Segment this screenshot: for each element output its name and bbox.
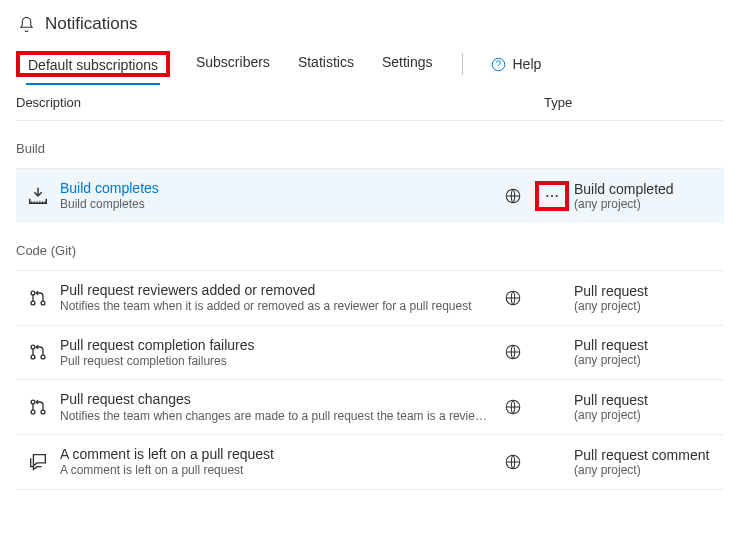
tab-settings[interactable]: Settings [380, 48, 435, 80]
build-icon [27, 185, 49, 207]
highlight-more-menu [535, 181, 569, 211]
row-type-sub: (any project) [574, 197, 724, 211]
svg-point-8 [41, 301, 45, 305]
svg-point-6 [31, 291, 35, 295]
columns-header: Description Type [16, 81, 724, 121]
subscription-row-build-completes[interactable]: Build completes Build completes Build co… [16, 168, 724, 223]
svg-point-4 [551, 195, 553, 197]
subscription-row-pr-comment[interactable]: A comment is left on a pull request A co… [16, 434, 724, 490]
help-link[interactable]: Help [491, 56, 541, 72]
row-subtitle: A comment is left on a pull request [60, 463, 490, 479]
globe-icon [504, 398, 522, 416]
tab-statistics[interactable]: Statistics [296, 48, 356, 80]
tabs-bar: Default subscriptions Subscribers Statis… [16, 44, 724, 81]
pull-request-icon [28, 288, 48, 308]
row-title: Pull request completion failures [60, 336, 490, 354]
svg-point-11 [31, 356, 35, 360]
tabs-divider [462, 53, 463, 75]
column-type: Type [544, 95, 724, 110]
svg-point-7 [31, 301, 35, 305]
row-type-sub: (any project) [574, 408, 724, 422]
globe-icon [504, 289, 522, 307]
row-title: A comment is left on a pull request [60, 445, 490, 463]
row-subtitle: Pull request completion failures [60, 354, 490, 370]
page-header: Notifications [16, 14, 724, 34]
globe-icon [504, 343, 522, 361]
row-type-title: Pull request comment [574, 447, 724, 463]
row-title: Build completes [60, 179, 490, 197]
svg-point-1 [499, 67, 500, 68]
column-description: Description [16, 95, 544, 110]
svg-point-16 [41, 410, 45, 414]
tab-subscribers[interactable]: Subscribers [194, 48, 272, 80]
highlight-default-subscriptions: Default subscriptions [16, 51, 170, 77]
svg-point-12 [41, 356, 45, 360]
bell-icon [18, 16, 35, 33]
pull-request-icon [28, 397, 48, 417]
row-type-title: Pull request [574, 337, 724, 353]
row-title: Pull request changes [60, 390, 490, 408]
row-subtitle: Notifies the team when it is added or re… [60, 299, 490, 315]
help-icon [491, 57, 506, 72]
svg-point-14 [31, 400, 35, 404]
row-type-sub: (any project) [574, 299, 724, 313]
more-menu-button[interactable] [544, 188, 560, 204]
page-title: Notifications [45, 14, 138, 34]
row-type-title: Pull request [574, 392, 724, 408]
globe-icon [504, 453, 522, 471]
row-type-sub: (any project) [574, 353, 724, 367]
section-title-code: Code (Git) [16, 223, 724, 270]
row-type-title: Pull request [574, 283, 724, 299]
svg-point-15 [31, 410, 35, 414]
svg-point-10 [31, 346, 35, 350]
row-type-sub: (any project) [574, 463, 724, 477]
pull-request-icon [28, 342, 48, 362]
help-label: Help [512, 56, 541, 72]
subscription-row-pr-completion-failures[interactable]: Pull request completion failures Pull re… [16, 325, 724, 380]
tab-default-subscriptions[interactable]: Default subscriptions [26, 51, 160, 85]
svg-point-5 [556, 195, 558, 197]
subscription-row-pr-changes[interactable]: Pull request changes Notifies the team w… [16, 379, 724, 434]
row-subtitle: Build completes [60, 197, 490, 213]
row-title: Pull request reviewers added or removed [60, 281, 490, 299]
row-subtitle: Notifies the team when changes are made … [60, 409, 490, 425]
svg-point-3 [546, 195, 548, 197]
section-title-build: Build [16, 121, 724, 168]
comment-icon [27, 451, 49, 473]
row-type-title: Build completed [574, 181, 724, 197]
subscription-row-pr-reviewers[interactable]: Pull request reviewers added or removed … [16, 270, 724, 325]
globe-icon [504, 187, 522, 205]
